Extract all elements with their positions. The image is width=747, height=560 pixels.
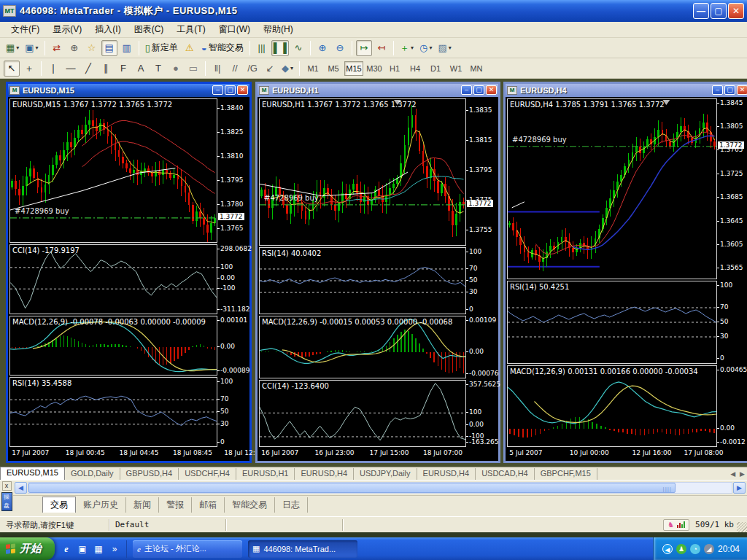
timeframe-m1[interactable]: M1: [303, 61, 322, 76]
indicator-plot[interactable]: RSI(14) 40.0402: [259, 247, 466, 314]
app-close-button[interactable]: ✕: [728, 3, 744, 19]
window-maximize-button[interactable]: ▢: [225, 85, 236, 95]
price-plot[interactable]: EURUSD,H1 1.3767 1.3772 1.3765 1.3772#47…: [259, 98, 466, 246]
menu-item-1[interactable]: 显示(V): [46, 22, 88, 37]
resize-grip[interactable]: [737, 522, 747, 532]
menu-item-3[interactable]: 图表(C): [128, 22, 171, 37]
timeframe-m15[interactable]: M15: [344, 61, 363, 76]
app-minimize-button[interactable]: —: [693, 3, 709, 19]
chart-tab-0[interactable]: EURUSD,M15: [0, 467, 65, 480]
task-button-0[interactable]: e主论坛 - 外汇论...: [133, 540, 242, 558]
menu-item-0[interactable]: 文件(F): [4, 22, 46, 37]
task-button-1[interactable]: ▦446098: MetaTrad...: [248, 540, 357, 558]
timeframe-mn[interactable]: MN: [467, 61, 486, 76]
status-profile[interactable]: Default: [109, 519, 226, 531]
navigator-favorites-button[interactable]: ☆: [84, 40, 100, 56]
chart-tab-9[interactable]: GBPCHF,M15: [535, 468, 597, 480]
chart-tab-6[interactable]: USDJPY,Daily: [354, 468, 417, 480]
tray-collapse-icon[interactable]: ◀: [662, 544, 673, 554]
terminal-tab-3[interactable]: 警报: [159, 497, 192, 513]
chart-tab-8[interactable]: USDCAD,H4: [476, 468, 535, 480]
terminal-scrollbar[interactable]: ◀ |||| ▶: [13, 481, 747, 495]
chart-window-0[interactable]: MEURUSD,M15–▢✕EURUSD,M15 1.3767 1.3772 1…: [6, 82, 252, 463]
ie-icon[interactable]: e: [61, 543, 72, 555]
cursor-tool[interactable]: ↖: [4, 61, 20, 77]
timeframe-m30[interactable]: M30: [365, 61, 384, 76]
window-maximize-button[interactable]: ▢: [724, 85, 735, 95]
window-minimize-button[interactable]: –: [712, 85, 723, 95]
messenger-icon[interactable]: ♟: [676, 544, 686, 554]
explorer-icon[interactable]: ▣: [77, 543, 88, 555]
chart-tab-2[interactable]: GBPUSD,H4: [120, 468, 179, 480]
tick-chart-button[interactable]: ⇄: [49, 40, 65, 56]
volume-icon[interactable]: ◢: [704, 544, 714, 554]
window-minimize-button[interactable]: –: [212, 85, 223, 95]
chart-tab-4[interactable]: EURUSD,H1: [236, 468, 295, 480]
menu-item-4[interactable]: 工具(T): [170, 22, 212, 37]
tab-scroll-left-icon[interactable]: ◀: [730, 470, 735, 478]
line-chart-button[interactable]: ∿: [290, 40, 306, 56]
candlestick-chart-button[interactable]: ▌▐: [271, 40, 289, 56]
terminal-tab-6[interactable]: 日志: [275, 497, 308, 513]
rectangle-tool[interactable]: ▭: [185, 61, 201, 77]
menu-item-2[interactable]: 插入(I): [88, 22, 127, 37]
price-plot[interactable]: EURUSD,M15 1.3767 1.3772 1.3765 1.3772#4…: [9, 98, 217, 243]
indicator-plot[interactable]: MACD(12,26,9) -0.00078 -0.00063 0.00000 …: [9, 316, 217, 376]
indicator-plot[interactable]: MACD(12,26,9) -0.00015 0.00053 0.00000 -…: [259, 316, 466, 378]
bar-chart-button[interactable]: |||: [254, 40, 270, 56]
tab-scroll-right-icon[interactable]: ▶: [740, 470, 745, 478]
scroll-left-arrow-icon[interactable]: ◀: [15, 482, 27, 494]
timeframe-w1[interactable]: W1: [446, 61, 465, 76]
profiles-button[interactable]: ▣▾: [23, 40, 40, 56]
crosshair-tool[interactable]: ＋: [21, 61, 37, 77]
arrows-tool[interactable]: ◆▾: [279, 61, 295, 77]
zoom-in-button[interactable]: ⊕: [314, 40, 330, 56]
zoom-out-button[interactable]: ⊖: [332, 40, 348, 56]
chart-window-2[interactable]: MEURUSD,H4–▢✕EURUSD,H4 1.3785 1.3791 1.3…: [503, 82, 747, 463]
terminal-tab-2[interactable]: 新闻: [126, 497, 159, 513]
scrollbar-thumb[interactable]: ||||: [28, 483, 676, 493]
terminal-tab-1[interactable]: 账户历史: [76, 497, 126, 513]
chart-tab-1[interactable]: GOLD,Daily: [65, 468, 120, 480]
metatrader-icon[interactable]: ▦: [93, 543, 104, 555]
ellipse-tool[interactable]: ●: [168, 61, 184, 77]
templates-button[interactable]: ▨▾: [436, 40, 453, 56]
timeframe-d1[interactable]: D1: [426, 61, 445, 76]
gann-line-tool[interactable]: /G: [244, 61, 260, 77]
gann-fan-tool[interactable]: ↙: [262, 61, 278, 77]
window-close-button[interactable]: ✕: [237, 85, 248, 95]
indicator-plot[interactable]: CCI(14) -123.6400: [259, 380, 466, 447]
text-label-tool[interactable]: T: [150, 61, 166, 77]
window-minimize-button[interactable]: –: [461, 85, 472, 95]
horizontal-line-tool[interactable]: —: [63, 61, 79, 77]
window-maximize-button[interactable]: ▢: [473, 85, 484, 95]
new-order-button[interactable]: ▯新定单: [143, 40, 180, 56]
timeframe-h1[interactable]: H1: [385, 61, 404, 76]
indicator-plot[interactable]: RSI(14) 35.4588: [9, 377, 217, 447]
terminal-tab-5[interactable]: 智能交易: [225, 497, 275, 513]
start-button[interactable]: 开始: [0, 537, 55, 560]
terminal-dock-icon[interactable]: 操盘: [1, 492, 12, 511]
app-maximize-button[interactable]: ▢: [711, 3, 727, 19]
indicator-plot[interactable]: MACD(12,26,9) 0.00131 0.00166 0.00000 -0…: [507, 365, 717, 447]
terminal-tab-4[interactable]: 邮箱: [192, 497, 225, 513]
text-tool[interactable]: A: [133, 61, 149, 77]
auto-scroll-button[interactable]: ↦: [356, 40, 372, 56]
expert-advisors-button[interactable]: ◒智能交易: [199, 40, 246, 56]
chart-tab-3[interactable]: USDCHF,H4: [179, 468, 236, 480]
new-chart-button[interactable]: ▦▾: [4, 40, 21, 56]
fibonacci-tool[interactable]: F: [115, 61, 131, 77]
indicator-plot[interactable]: RSI(14) 50.4251: [507, 281, 717, 364]
market-watch-button[interactable]: ▤: [101, 40, 117, 56]
terminal-tab-0[interactable]: 交易: [42, 497, 76, 513]
menu-item-5[interactable]: 窗口(W): [212, 22, 257, 37]
window-close-button[interactable]: ✕: [486, 85, 497, 95]
overflow-chevron-icon[interactable]: »: [109, 543, 120, 555]
data-window-button[interactable]: ▥: [119, 40, 135, 56]
crosshair-target-button[interactable]: ⊕: [66, 40, 82, 56]
chart-window-1[interactable]: MEURUSD,H1–▢✕EURUSD,H1 1.3767 1.3772 1.3…: [255, 82, 500, 463]
window-title-bar[interactable]: MEURUSD,H4–▢✕: [506, 84, 747, 97]
parallel-lines-tool[interactable]: //: [227, 61, 243, 77]
channel-tool[interactable]: ∥: [98, 61, 114, 77]
chart-tab-5[interactable]: EURUSD,H4: [295, 468, 354, 480]
